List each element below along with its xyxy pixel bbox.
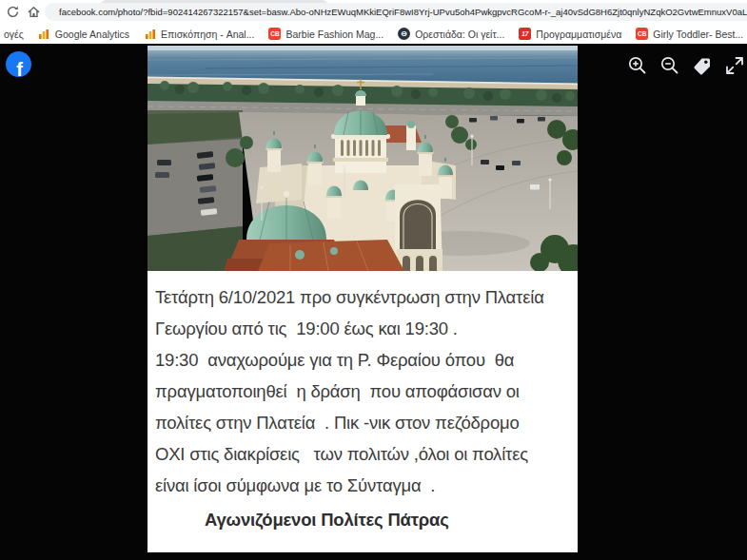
bookmark-item[interactable]: Google Analytics [38, 28, 129, 40]
cb-badge-icon: CB [636, 28, 648, 40]
facebook-logo[interactable]: f [6, 51, 31, 77]
facebook-f-letter: f [16, 60, 23, 77]
bookmark-item[interactable]: Θ Ορεστιάδα: Οι γείτ... [398, 28, 504, 40]
caption-line: είναι ίσοι σύμφωνα με το Σύνταγμα . [155, 470, 572, 501]
facebook-photo-viewer: f [0, 44, 747, 560]
zoom-out-icon[interactable] [659, 55, 680, 76]
caption-line: ΟΧΙ στις διακρίσεις των πολιτών ,όλοι οι… [155, 438, 572, 470]
photo-toolbar [627, 55, 747, 76]
tag-icon[interactable] [692, 55, 713, 76]
cb-badge-icon: CB [268, 28, 281, 40]
bookmarks-bar: ογές Google Analytics Επισκόπηση - Anal.… [0, 24, 747, 44]
bookmark-item[interactable]: Επισκόπηση - Anal... [144, 28, 254, 40]
reload-icon [6, 5, 20, 19]
caption-line: Τετάρτη 6/10/2021 προ συγκέντρωση στην Π… [155, 281, 572, 313]
caption-signature: Αγωνιζόμενοι Πολίτες Πάτρας [155, 504, 572, 535]
caption-line: πραγματοποιηθεί η δράση που αποφάσισαν ο… [155, 376, 572, 407]
bookmark-item[interactable]: CB Girly Toddler- Best... [636, 28, 743, 40]
fullscreen-icon[interactable] [724, 55, 745, 76]
caption-line: 19:30 αναχωρούμε για τη Ρ. Φεραίου όπου … [155, 344, 572, 376]
bookmark-item[interactable]: CB Barbie Fashion Mag... [268, 28, 383, 40]
analytics-icon [38, 28, 50, 40]
caption-line: Γεωργίου από τις 19:00 έως και 19:30 . [155, 313, 572, 344]
address-bar[interactable]: facebook.com/photo/?fbid=902414267322157… [45, 3, 747, 21]
browser-toolbar: facebook.com/photo/?fbid=902414267322157… [0, 0, 747, 24]
photo-aerial-church[interactable] [147, 46, 578, 271]
analytics-icon [144, 28, 156, 40]
home-icon [27, 5, 41, 19]
caption-line: πολίτες στην Πλατεία . Πικ -νικ στον πεζ… [155, 407, 572, 438]
browser-chrome: facebook.com/photo/?fbid=902414267322157… [0, 0, 747, 44]
theta-avatar-icon: Θ [398, 28, 410, 40]
reload-button[interactable] [5, 4, 21, 20]
home-button[interactable] [26, 4, 42, 20]
bookmark-item[interactable]: 17 Προγραμματισμένα [519, 28, 621, 40]
photo-card: Τετάρτη 6/10/2021 προ συγκέντρωση στην Π… [147, 46, 578, 552]
red-badge-icon: 17 [519, 28, 531, 40]
photo-caption: Τετάρτη 6/10/2021 προ συγκέντρωση στην Π… [147, 271, 578, 552]
bookmark-item[interactable]: ογές [4, 29, 24, 40]
zoom-in-icon[interactable] [627, 55, 648, 76]
url-text: facebook.com/photo/?fbid=902414267322157… [59, 7, 747, 17]
